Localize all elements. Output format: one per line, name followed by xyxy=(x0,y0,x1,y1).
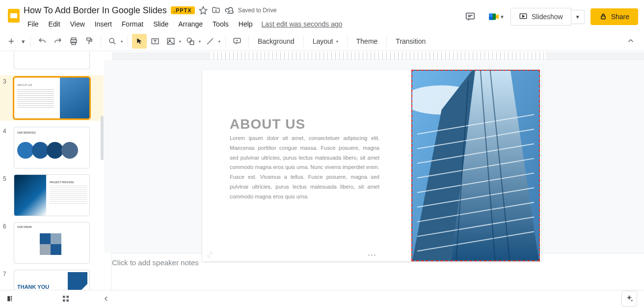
footer-bar xyxy=(0,290,644,307)
document-title[interactable]: How To Add Border In Google Slides xyxy=(24,5,167,16)
slideshow-caret[interactable]: ▼ xyxy=(571,10,585,24)
slide-thumbnail[interactable] xyxy=(14,52,90,69)
share-label: Share xyxy=(611,13,629,21)
svg-rect-36 xyxy=(11,296,12,298)
filmstrip-view-icon[interactable] xyxy=(3,291,19,307)
slide-badge-icon xyxy=(206,251,214,258)
slide-thumbnail[interactable]: OUR VISION xyxy=(14,222,90,264)
image-tool[interactable] xyxy=(163,34,178,49)
slide-thumbnail[interactable]: OUR SERVICES xyxy=(14,127,90,168)
slideshow-label: Slideshow xyxy=(532,13,563,21)
layout-button[interactable]: Layout xyxy=(308,34,343,49)
textbox-tool[interactable] xyxy=(148,34,162,49)
notes-resize-handle[interactable] xyxy=(368,254,376,256)
saved-status-label: Saved to Drive xyxy=(238,7,277,14)
move-to-folder-icon[interactable] xyxy=(212,6,220,15)
slide-thumbnail[interactable]: PROJECT PROCESS xyxy=(14,174,90,216)
thumb-number: 4 xyxy=(3,127,12,168)
svg-rect-11 xyxy=(87,38,91,40)
print-button[interactable] xyxy=(66,34,81,49)
horizontal-ruler[interactable] xyxy=(112,52,644,60)
zoom-button[interactable] xyxy=(105,34,120,49)
shape-tool[interactable] xyxy=(183,34,198,49)
thumbnail-scrollbar[interactable] xyxy=(101,116,104,160)
svg-rect-7 xyxy=(601,16,605,19)
svg-rect-4 xyxy=(489,14,493,17)
collapse-filmstrip-icon[interactable] xyxy=(98,291,114,307)
theme-button[interactable]: Theme xyxy=(351,34,383,49)
menu-file[interactable]: File xyxy=(24,18,43,30)
slide-title-text[interactable]: ABOUT US xyxy=(230,116,305,132)
grid-view-icon[interactable] xyxy=(58,291,74,307)
slide-body-text[interactable]: Lorem ipsum dolor sit amet, consectetuer… xyxy=(230,134,379,202)
thumb-number: 3 xyxy=(3,77,12,119)
svg-rect-42 xyxy=(67,300,69,302)
slides-logo[interactable] xyxy=(4,3,24,28)
menu-arrange[interactable]: Arrange xyxy=(174,18,207,30)
svg-point-16 xyxy=(187,38,191,42)
last-edit-link[interactable]: Last edit was seconds ago xyxy=(262,20,343,28)
svg-rect-39 xyxy=(63,296,65,298)
menu-format[interactable]: Format xyxy=(118,18,147,30)
transition-button[interactable]: Transition xyxy=(391,34,430,49)
canvas-area: ABOUT US Lorem ipsum dolor sit amet, con… xyxy=(104,52,644,290)
meet-icon[interactable] xyxy=(485,8,503,26)
thumb-number: 5 xyxy=(3,174,12,216)
notes-placeholder: Click to add speaker notes xyxy=(112,258,199,267)
svg-rect-38 xyxy=(11,301,12,302)
svg-rect-2 xyxy=(466,13,475,19)
slide-image-bordered[interactable] xyxy=(411,70,540,261)
menu-bar: File Edit View Insert Format Slide Arran… xyxy=(24,17,461,31)
svg-rect-41 xyxy=(63,300,65,302)
toolbar: ▾ Background Layout Theme Transition xyxy=(0,31,644,51)
header-bar: How To Add Border In Google Slides .PPTX… xyxy=(0,0,644,31)
menu-tools[interactable]: Tools xyxy=(209,18,233,30)
file-format-badge: .PPTX xyxy=(171,6,195,14)
slideshow-button[interactable]: Slideshow xyxy=(510,8,571,26)
svg-rect-17 xyxy=(190,41,194,45)
svg-rect-37 xyxy=(11,298,12,300)
slide-canvas[interactable]: ABOUT US Lorem ipsum dolor sit amet, con… xyxy=(202,70,541,261)
share-button[interactable]: Share xyxy=(590,8,638,25)
explore-button[interactable] xyxy=(621,291,637,307)
svg-point-12 xyxy=(109,38,114,43)
background-button[interactable]: Background xyxy=(253,34,299,49)
menu-view[interactable]: View xyxy=(66,18,89,30)
svg-rect-5 xyxy=(489,17,493,20)
comments-icon[interactable] xyxy=(461,8,479,26)
thumb-number: 7 xyxy=(3,270,12,290)
star-icon[interactable] xyxy=(199,6,208,15)
slide-thumbnail[interactable]: THANK YOU xyxy=(14,270,90,290)
svg-rect-1 xyxy=(10,13,17,18)
new-slide-button[interactable] xyxy=(4,34,19,49)
cloud-saved-icon[interactable] xyxy=(224,5,234,15)
comment-tool[interactable] xyxy=(230,34,244,49)
undo-button[interactable] xyxy=(35,34,50,49)
new-slide-caret[interactable]: ▾ xyxy=(20,34,27,49)
menu-edit[interactable]: Edit xyxy=(45,18,64,30)
collapse-toolbar-icon[interactable] xyxy=(621,36,640,47)
svg-rect-35 xyxy=(7,296,10,302)
line-tool[interactable] xyxy=(203,34,217,49)
redo-button[interactable] xyxy=(51,34,65,49)
menu-slide[interactable]: Slide xyxy=(149,18,172,30)
menu-insert[interactable]: Insert xyxy=(91,18,116,30)
paint-format-button[interactable] xyxy=(82,34,97,49)
slide-thumbnail[interactable]: ABOUT US xyxy=(14,77,90,119)
thumb-number: 6 xyxy=(3,222,12,264)
thumbnail-panel: 3 ABOUT US 4 OUR SERVICES xyxy=(0,52,104,290)
svg-rect-40 xyxy=(67,296,69,298)
select-tool[interactable] xyxy=(132,34,147,49)
menu-help[interactable]: Help xyxy=(235,18,257,30)
